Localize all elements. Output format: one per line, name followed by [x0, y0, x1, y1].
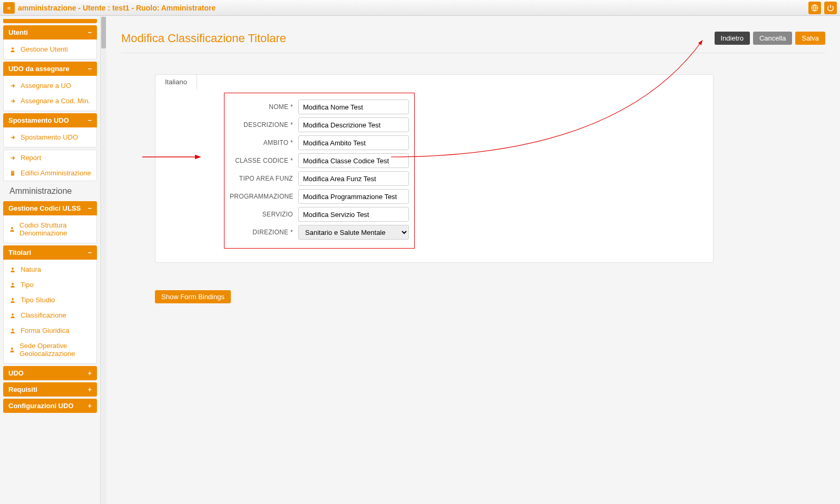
sidebar-item[interactable]: Natura	[4, 262, 96, 277]
form-input[interactable]	[298, 135, 409, 150]
sidebar-section-title: Configurazioni UDO	[8, 402, 74, 410]
sidebar-collapse-button[interactable]: «	[3, 2, 15, 14]
form-input[interactable]	[298, 189, 409, 204]
sidebar-item[interactable]: Forma Giuridica	[4, 323, 96, 338]
sidebar-item-label: Codici Struttura Denominazione	[19, 221, 91, 237]
form-input[interactable]	[298, 100, 409, 114]
form-label: TIPO AREA FUNZ	[230, 175, 293, 182]
sidebar-section-title: Spostamento UDO	[8, 116, 69, 124]
sidebar-section-body: Assegnare a UOAssegnare a Cod. Min.	[3, 76, 97, 111]
minus-icon: −	[87, 28, 92, 36]
form-row: AMBITO *	[230, 135, 409, 150]
sidebar-section-title: Utenti	[8, 28, 28, 36]
svg-rect-4	[13, 172, 14, 172]
sidebar-item[interactable]: Spostamento UDO	[4, 130, 96, 145]
sidebar-plain-block: ReportEdifici Amministrazione	[3, 150, 97, 181]
cancel-button[interactable]: Cancella	[753, 32, 793, 45]
sidebar-item[interactable]: Report	[4, 150, 96, 165]
sidebar-item[interactable]: Assegnare a Cod. Min.	[4, 93, 96, 108]
form-card: Italiano NOME *DESCRIZIONE *AMBITO *CLAS…	[155, 74, 714, 263]
form-input[interactable]	[298, 171, 409, 186]
svg-point-10	[12, 298, 14, 300]
sidebar-item-label: Classificazione	[21, 311, 66, 319]
sidebar-section-header[interactable]: UDO+	[3, 366, 97, 380]
scroll-thumb[interactable]	[101, 17, 106, 48]
show-form-bindings-button[interactable]: Show Form Bindings	[155, 290, 231, 303]
sidebar-item[interactable]: Edifici Amministrazione	[4, 165, 96, 181]
globe-icon[interactable]	[808, 2, 821, 14]
direzione-select[interactable]: Sanitario e Salute Mentale	[298, 225, 409, 240]
sidebar-section-header[interactable]: UDO da assegnare−	[3, 62, 97, 76]
sidebar-item-label: Sede Operative Geolocalizzazione	[19, 342, 91, 358]
sidebar-section-title: UDO da assegnare	[8, 65, 70, 73]
plus-icon: +	[87, 402, 92, 410]
user-icon	[9, 312, 16, 319]
form-label: AMBITO *	[230, 139, 293, 146]
svg-rect-6	[13, 173, 14, 173]
sidebar-section-header[interactable]: Gestione Codici ULSS−	[3, 201, 97, 215]
sidebar-section-body: Codici Struttura Denominazione	[3, 215, 97, 243]
sidebar-item-label: Tipo	[21, 281, 34, 289]
sidebar-item-label: Spostamento UDO	[21, 133, 78, 141]
sidebar-section-header[interactable]: Utenti−	[3, 25, 97, 39]
sidebar-section-label: Amministrazione	[3, 181, 97, 199]
svg-point-8	[12, 268, 14, 270]
sidebar: Utenti−Gestione UtentiUDO da assegnare−A…	[0, 16, 100, 504]
sidebar-section-body: NaturaTipoTipo StudioClassificazioneForm…	[3, 260, 97, 364]
topbar: « amministrazione - Utente : test1 - Ruo…	[0, 0, 840, 16]
form-row: NOME *	[230, 100, 409, 114]
page-title: Modifica Classificazione Titolare	[121, 32, 286, 45]
form-input[interactable]	[298, 207, 409, 222]
user-icon	[9, 226, 15, 232]
save-button[interactable]: Salva	[795, 32, 825, 45]
sidebar-item[interactable]: Tipo Studio	[4, 292, 96, 308]
user-icon	[9, 46, 16, 53]
sidebar-scrollbar[interactable]	[100, 16, 106, 504]
back-button[interactable]: Indietro	[715, 32, 750, 45]
sidebar-section-title: Gestione Codici ULSS	[8, 204, 81, 212]
sidebar-item[interactable]: Codici Struttura Denominazione	[4, 218, 96, 241]
sidebar-item[interactable]: Assegnare a UO	[4, 78, 96, 93]
power-icon[interactable]	[824, 2, 837, 14]
arrow-icon	[9, 134, 16, 141]
arrow-icon	[9, 83, 16, 89]
form-input[interactable]	[298, 117, 409, 132]
sidebar-section-header[interactable]: Titolari−	[3, 245, 97, 260]
svg-point-9	[12, 283, 14, 285]
user-icon	[9, 347, 15, 353]
form-row: TIPO AREA FUNZ	[230, 171, 409, 186]
form-row: DIREZIONE *Sanitario e Salute Mentale	[230, 225, 409, 240]
tab-italiano[interactable]: Italiano	[155, 74, 197, 90]
sidebar-item[interactable]: Gestione Utenti	[4, 42, 96, 57]
arrow-icon	[9, 155, 16, 161]
sidebar-section-header[interactable]: Spostamento UDO−	[3, 113, 97, 127]
sidebar-item[interactable]: Sede Operative Geolocalizzazione	[4, 338, 96, 361]
svg-point-1	[12, 47, 14, 50]
sidebar-section-header[interactable]: Configurazioni UDO+	[3, 399, 97, 413]
sidebar-item[interactable]: Tipo	[4, 277, 96, 292]
sidebar-item-label: Gestione Utenti	[21, 45, 68, 53]
sidebar-section-collapsed-top[interactable]	[3, 19, 97, 23]
sidebar-item[interactable]: Classificazione	[4, 308, 96, 323]
minus-icon: −	[87, 249, 92, 256]
user-icon	[9, 282, 16, 288]
sidebar-item-label: Report	[21, 154, 41, 162]
form-label: DESCRIZIONE *	[230, 121, 293, 129]
svg-rect-5	[12, 173, 13, 173]
sidebar-item-label: Assegnare a UO	[21, 82, 71, 90]
svg-point-12	[12, 329, 14, 331]
plus-icon: +	[87, 386, 92, 393]
form-label: CLASSE CODICE *	[230, 157, 293, 164]
svg-point-13	[11, 348, 13, 350]
sidebar-section-title: UDO	[8, 369, 24, 377]
annotation-arrow-left	[142, 152, 206, 164]
form-input[interactable]	[298, 153, 409, 168]
svg-point-11	[12, 313, 14, 315]
form-label: PROGRAMMAZIONE	[230, 193, 293, 200]
minus-icon: −	[87, 116, 92, 124]
sidebar-section-title: Titolari	[8, 249, 31, 256]
app-title: amministrazione - Utente : test1 - Ruolo…	[18, 4, 216, 12]
user-icon	[9, 328, 16, 334]
sidebar-section-header[interactable]: Requisiti+	[3, 382, 97, 397]
sidebar-item-label: Edifici Amministrazione	[21, 169, 91, 177]
